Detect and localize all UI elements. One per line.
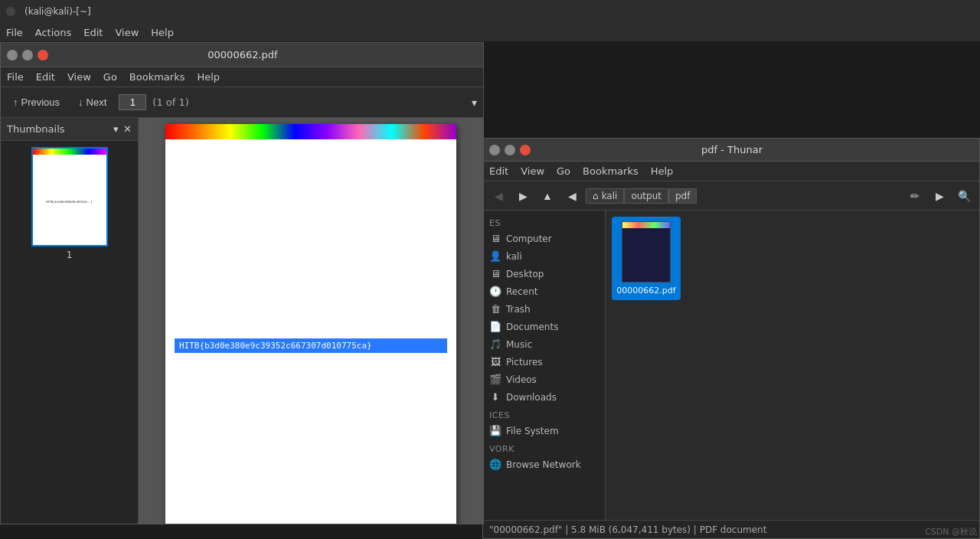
sidebar-item-recent[interactable]: 🕐 Recent: [483, 283, 605, 300]
breadcrumb-kali: kali: [602, 191, 618, 201]
home-folder-icon: 👤: [489, 250, 501, 262]
thunar-forward-button[interactable]: ▶: [512, 186, 534, 206]
file-label-pdf: 00000662.pdf: [616, 286, 675, 296]
thunar-window-title: pdf - Thunar: [531, 144, 933, 155]
thumbnail-page-label: 1: [67, 250, 73, 260]
pdf-menu-edit[interactable]: Edit: [36, 71, 55, 83]
sidebar-item-browse-network[interactable]: 🌐 Browse Network: [483, 456, 605, 473]
pdf-menu-view[interactable]: View: [67, 71, 91, 83]
previous-label: Previous: [21, 96, 60, 108]
pdf-window-title: 00000662.pdf: [48, 49, 437, 60]
sidebar-item-pictures[interactable]: 🖼 Pictures: [483, 353, 605, 371]
sidebar-item-desktop[interactable]: 🖥 Desktop: [483, 265, 605, 283]
breadcrumb-output-label: output: [631, 191, 662, 201]
thunar-address-bar: ⌂ kali output pdf: [586, 188, 901, 204]
documents-icon: 📄: [489, 321, 501, 332]
sidebar-item-videos[interactable]: 🎬 Videos: [483, 371, 605, 388]
network-icon: 🌐: [489, 459, 501, 470]
breadcrumb-output[interactable]: output: [624, 188, 668, 204]
thumbnail-image: HITB{b3d0e380e9c39352c...}: [33, 149, 106, 245]
home-icon: ⌂: [593, 191, 599, 201]
thumbnails-panel: Thumbnails ▾ ✕ HITB{b3d0e380e9c39352c...…: [1, 118, 139, 524]
thunar-file-content: 00000662.pdf: [606, 211, 979, 520]
thunar-menu-help[interactable]: Help: [651, 165, 674, 177]
thunar-back2-button[interactable]: ◀: [561, 186, 583, 206]
thunar-menu-edit[interactable]: Edit: [489, 165, 508, 177]
terminal-topbar: (kali@kali)-[~]: [0, 0, 980, 23]
filesystem-icon: 💾: [489, 425, 501, 436]
thunar-close-button[interactable]: [520, 145, 531, 155]
terminal-menu-edit[interactable]: Edit: [83, 27, 103, 38]
pdf-maximize-button[interactable]: [22, 50, 33, 60]
thunar-toolbar: ◀ ▶ ▲ ◀ ⌂ kali output pdf ✏ ▶ 🔍: [483, 181, 979, 211]
thunar-edit-location-button[interactable]: ✏: [904, 186, 926, 206]
sidebar-item-kali[interactable]: 👤 kali: [483, 247, 605, 265]
thunar-menu-go[interactable]: Go: [557, 165, 570, 177]
pdf-menu-go[interactable]: Go: [103, 71, 117, 83]
sidebar-item-documents[interactable]: 📄 Documents: [483, 318, 605, 335]
next-label: Next: [87, 96, 107, 108]
sidebar-label-trash: Trash: [506, 304, 531, 315]
thunar-menu-view[interactable]: View: [521, 165, 544, 177]
pdf-menu-help[interactable]: Help: [197, 71, 220, 83]
terminal-menu-help[interactable]: Help: [151, 27, 174, 38]
toolbar-dropdown-button[interactable]: ▾: [472, 96, 477, 109]
pdf-minimize-button[interactable]: [7, 50, 18, 60]
file-icon-pdf: [622, 221, 671, 283]
breadcrumb-home[interactable]: ⌂ kali: [586, 188, 624, 204]
file-item-pdf[interactable]: 00000662.pdf: [612, 217, 681, 300]
next-button[interactable]: ↓ Next: [72, 93, 113, 111]
thumbnails-title: Thumbnails: [7, 123, 65, 135]
pdf-highlight-text[interactable]: HITB{b3d0e380e9c39352c667307d010775ca}: [175, 338, 447, 353]
thumbnail-item-1[interactable]: HITB{b3d0e380e9c39352c...}: [31, 147, 108, 247]
places-section-label: es: [483, 214, 605, 230]
page-number-input[interactable]: [119, 94, 146, 110]
breadcrumb-pdf-label: pdf: [675, 191, 690, 201]
arrow-down-icon: ↓: [78, 96, 83, 108]
thunar-menu-bookmarks[interactable]: Bookmarks: [583, 165, 639, 177]
statusbar-text: "00000662.pdf" | 5.8 MiB (6,047,411 byte…: [489, 524, 766, 535]
sidebar-label-music: Music: [506, 339, 532, 350]
sidebar-item-music[interactable]: 🎵 Music: [483, 335, 605, 353]
thunar-window: pdf - Thunar Edit View Go Bookmarks Help…: [482, 138, 980, 539]
thunar-search-button[interactable]: 🔍: [953, 186, 975, 206]
arrow-up-icon: ↑: [13, 96, 18, 108]
sidebar-item-computer[interactable]: 🖥 Computer: [483, 230, 605, 247]
sidebar-label-filesystem: File System: [506, 426, 559, 436]
computer-icon: 🖥: [489, 233, 501, 244]
sidebar-label-pictures: Pictures: [506, 357, 543, 368]
previous-button[interactable]: ↑ Previous: [7, 93, 66, 111]
thunar-up-button[interactable]: ▲: [537, 186, 558, 206]
breadcrumb-pdf[interactable]: pdf: [668, 188, 697, 204]
sidebar-label-kali: kali: [506, 251, 522, 262]
recent-icon: 🕐: [489, 286, 501, 297]
thunar-back-button[interactable]: ◀: [488, 186, 509, 206]
pdf-menubar: File Edit View Go Bookmarks Help: [1, 67, 483, 87]
terminal-menu-file[interactable]: File: [6, 27, 23, 38]
videos-icon: 🎬: [489, 374, 501, 385]
thunar-more-button[interactable]: ▶: [929, 186, 950, 206]
sidebar-item-trash[interactable]: 🗑 Trash: [483, 300, 605, 318]
watermark-text: CSDN @秋说: [925, 527, 977, 537]
terminal-menu-view[interactable]: View: [115, 27, 139, 38]
terminal-menu-actions[interactable]: Actions: [35, 27, 72, 38]
pdf-titlebar: 00000662.pdf: [1, 43, 483, 67]
sidebar-label-computer: Computer: [506, 234, 552, 244]
thunar-titlebar: pdf - Thunar: [483, 139, 979, 162]
csdn-watermark: CSDN @秋说: [925, 526, 977, 537]
pdf-body: Thumbnails ▾ ✕ HITB{b3d0e380e9c39352c...…: [1, 118, 483, 524]
thunar-statusbar: "00000662.pdf" | 5.8 MiB (6,047,411 byte…: [483, 520, 979, 538]
thunar-maximize-button[interactable]: [505, 145, 515, 155]
thunar-menubar: Edit View Go Bookmarks Help: [483, 162, 979, 181]
thunar-minimize-button[interactable]: [489, 145, 500, 155]
pdf-menu-bookmarks[interactable]: Bookmarks: [129, 71, 185, 83]
pictures-icon: 🖼: [489, 356, 501, 368]
pdf-toolbar: ↑ Previous ↓ Next (1 of 1) ▾: [1, 87, 483, 118]
sidebar-item-downloads[interactable]: ⬇ Downloads: [483, 388, 605, 406]
thumbnails-dropdown-button[interactable]: ▾: [113, 123, 119, 135]
sidebar-label-videos: Videos: [506, 374, 537, 385]
pdf-menu-file[interactable]: File: [7, 71, 24, 83]
sidebar-item-filesystem[interactable]: 💾 File System: [483, 422, 605, 439]
pdf-close-button[interactable]: [38, 50, 48, 60]
thumbnails-close-button[interactable]: ✕: [123, 123, 132, 135]
